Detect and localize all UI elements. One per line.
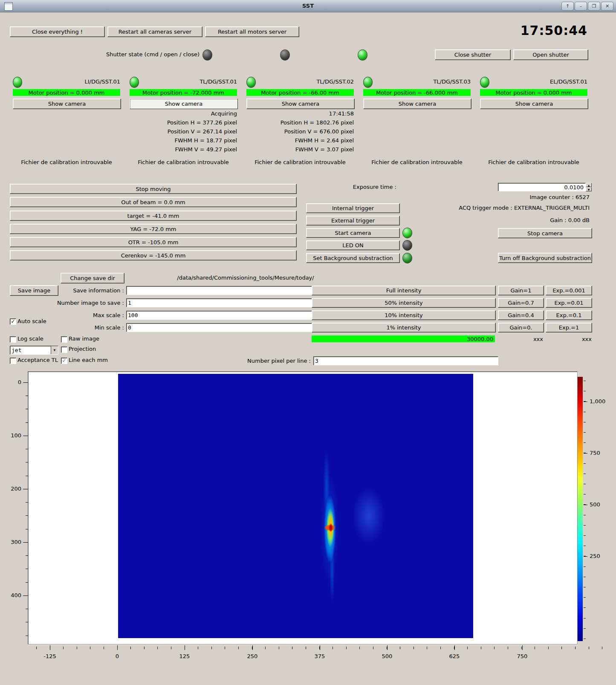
max-scale-input[interactable]: [126, 311, 312, 320]
gain-0-button[interactable]: Gain=0.: [498, 323, 544, 332]
exp-001-button[interactable]: Exp.=0.01: [546, 298, 592, 308]
level-bar: 30000.00: [312, 335, 495, 342]
camera-stat: Position H = 377.26 pixel: [130, 119, 237, 126]
exposure-time-value[interactable]: 0.0100: [498, 183, 586, 191]
save-information-input[interactable]: [126, 286, 312, 295]
yag-button[interactable]: YAG = -72.0 mm: [10, 224, 297, 234]
pixel-per-line-field[interactable]: [315, 358, 497, 364]
pixel-per-line-label: Number pixel per line :: [213, 358, 311, 364]
show-camera-button[interactable]: Show camera: [246, 98, 355, 109]
external-trigger-button[interactable]: External trigger: [306, 216, 400, 225]
start-camera-button[interactable]: Start camera: [306, 228, 400, 238]
number-image-label: Number image to save :: [43, 300, 124, 306]
calibration-message: Fichier de calibration introuvable: [13, 159, 120, 166]
acceptance-tl-label: Acceptance TL: [17, 357, 58, 364]
number-image-input[interactable]: [126, 298, 312, 307]
stop-moving-button[interactable]: Stop moving: [10, 184, 297, 194]
colorbar-tick-label: 750: [590, 450, 600, 457]
y-axis-tick: [23, 382, 28, 383]
restart-motors-button[interactable]: Restart all motors server: [205, 26, 299, 37]
restart-cameras-button[interactable]: Restart all cameras server: [107, 26, 202, 37]
y-axis-tick-label: 200: [4, 486, 21, 492]
intensity-10-button[interactable]: 10% intensity: [312, 310, 496, 320]
max-scale-field[interactable]: [128, 312, 311, 318]
gain-07-button[interactable]: Gain=0.7: [498, 298, 544, 308]
camera-name: TL/DG/SST.03: [380, 78, 471, 85]
gain-1-button[interactable]: Gain=1: [498, 286, 544, 295]
led-on-button[interactable]: LED ON: [306, 240, 400, 250]
number-image-field[interactable]: [128, 300, 311, 306]
colorbar-tick-label: 1,000: [590, 398, 605, 405]
acq-trigger-mode-label: ACQ trigger mode : EXTERNAL_TRIGGER_MULT…: [426, 205, 590, 211]
otr-button[interactable]: OTR = -105.0 mm: [10, 237, 297, 247]
gain-label: Gain : 0.00 dB: [512, 217, 590, 224]
cerenkov-button[interactable]: Cerenkov = -145.0 mm: [10, 250, 297, 260]
camera-name: EL/DG/SST.01: [497, 78, 587, 85]
raw-image-checkbox[interactable]: [61, 336, 67, 343]
internal-trigger-button[interactable]: Internal trigger: [306, 203, 400, 213]
motor-position-bar: Motor position = -66.00 mm: [246, 89, 354, 96]
log-scale-checkbox[interactable]: [10, 336, 16, 343]
shade-icon[interactable]: ↑: [561, 2, 574, 11]
chevron-down-icon[interactable]: [51, 346, 58, 354]
colorbar-tick: [584, 505, 587, 505]
intensity-1-button[interactable]: 1% intensity: [312, 323, 496, 332]
spin-down-icon[interactable]: ▼: [586, 187, 592, 191]
colorbar: [578, 377, 583, 641]
projection-checkbox[interactable]: [61, 347, 67, 353]
set-background-led: [402, 253, 412, 263]
x-axis-minor-ticks: [36, 647, 614, 649]
max-scale-label: Max scale :: [43, 312, 124, 319]
close-shutter-button[interactable]: Close shutter: [435, 49, 511, 60]
x-axis-tick-label: 0: [104, 653, 130, 660]
show-camera-button[interactable]: Show camera: [130, 98, 238, 109]
stop-camera-button[interactable]: Stop camera: [498, 228, 592, 238]
exp-0001-button[interactable]: Exp.=0.001: [546, 286, 592, 295]
pixel-per-line-input[interactable]: [313, 356, 498, 365]
exp-status-value: xxx: [549, 336, 592, 343]
out-of-beam-button[interactable]: Out of beam = 0.0 mm: [10, 197, 297, 207]
target-button[interactable]: target = -41.0 mm: [10, 211, 297, 221]
motor-position-bar: Motor position = -66.000 mm: [363, 89, 471, 96]
clock: 17:50:44: [469, 23, 587, 38]
x-axis-tick: [50, 645, 50, 650]
open-shutter-button[interactable]: Open shutter: [513, 49, 588, 60]
turn-off-background-button[interactable]: Turn off Background substraction: [498, 253, 592, 263]
show-camera-button[interactable]: Show camera: [363, 98, 471, 109]
shutter-open-led: [280, 49, 290, 61]
set-background-button[interactable]: Set Background substraction: [306, 253, 400, 263]
camera-status-led: [363, 77, 373, 88]
show-camera-button[interactable]: Show camera: [480, 98, 588, 109]
full-intensity-button[interactable]: Full intensity: [312, 286, 496, 295]
exp-01-button[interactable]: Exp.=0.1: [546, 310, 592, 320]
maximize-icon[interactable]: ❐: [588, 2, 600, 11]
min-scale-field[interactable]: [128, 324, 311, 331]
colormap-dropdown[interactable]: jet: [10, 346, 58, 355]
x-axis-tick-label: 500: [374, 653, 400, 660]
intensity-50-button[interactable]: 50% intensity: [312, 298, 496, 308]
colorbar-minor-ticks: [584, 381, 586, 639]
gain-04-button[interactable]: Gain=0.4: [498, 310, 544, 320]
camera-stat: FWHM H = 18.77 pixel: [130, 137, 237, 144]
show-camera-button[interactable]: Show camera: [13, 98, 121, 109]
save-information-label: Save information :: [43, 287, 124, 294]
min-scale-input[interactable]: [126, 323, 312, 332]
close-everything-button[interactable]: Close everything !: [10, 26, 105, 37]
acceptance-tl-checkbox[interactable]: [10, 358, 16, 364]
minimize-icon[interactable]: –: [575, 2, 587, 11]
line-each-mm-checkbox[interactable]: [61, 358, 67, 364]
camera-status-led: [246, 77, 256, 88]
exp-1-button[interactable]: Exp.=1: [546, 323, 592, 332]
auto-scale-checkbox[interactable]: [10, 318, 16, 325]
close-icon[interactable]: ✕: [601, 2, 613, 11]
spin-up-icon[interactable]: ▲: [586, 183, 592, 187]
exposure-time-spinner[interactable]: 0.0100 ▲ ▼: [498, 183, 592, 191]
change-save-dir-button[interactable]: Change save dir: [61, 273, 124, 283]
calibration-message: Fichier de calibration introuvable: [363, 159, 471, 166]
calibration-message: Fichier de calibration introuvable: [246, 159, 354, 166]
shutter-cmd-led: [202, 49, 212, 61]
sst-window: SST ↑ – ❐ ✕ Close everything ! Restart a…: [0, 0, 616, 685]
title-bar[interactable]: SST ↑ – ❐ ✕: [0, 0, 616, 12]
camera-stat: FWHM V = 49.27 pixel: [130, 146, 237, 153]
save-information-field[interactable]: [128, 287, 311, 294]
